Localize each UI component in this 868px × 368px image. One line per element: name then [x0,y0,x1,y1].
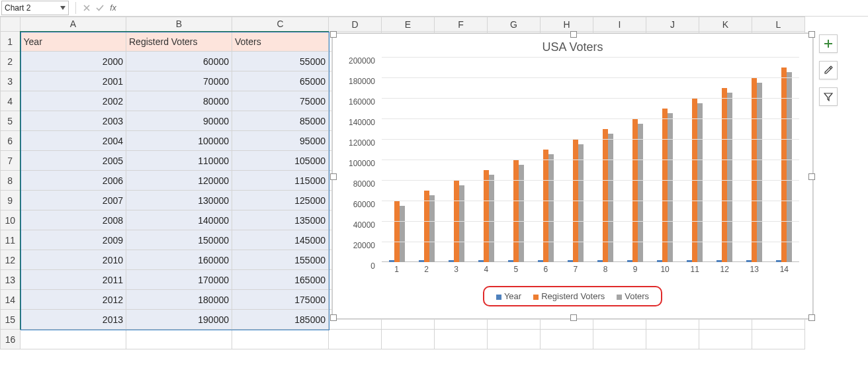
cell[interactable]: 70000 [126,71,232,91]
cell[interactable]: 2005 [21,151,126,171]
resize-handle[interactable] [570,31,577,38]
legend-item-registered[interactable]: Registerd Voters [533,291,605,301]
row-header[interactable]: 15 [1,310,21,330]
cell[interactable]: 95000 [232,131,329,151]
cell[interactable]: 60000 [126,52,232,71]
cell[interactable]: 140000 [126,210,232,230]
cell[interactable]: 185000 [232,310,329,330]
column-header[interactable]: G [488,17,541,32]
bar-registered[interactable] [752,77,757,262]
column-header[interactable]: C [232,17,329,32]
column-header[interactable]: I [593,17,646,32]
cell[interactable] [488,330,541,349]
bar-year[interactable] [776,260,781,262]
row-header[interactable]: 5 [1,111,21,131]
bar-registered[interactable] [513,160,519,262]
cell[interactable]: 75000 [232,91,329,111]
cell[interactable] [593,330,646,349]
bar-voters[interactable] [578,144,584,262]
cell[interactable]: 85000 [232,111,329,131]
cell[interactable]: 2003 [21,111,126,131]
bar-year[interactable] [627,260,632,262]
cell[interactable] [541,330,593,349]
cell[interactable]: Year [21,32,126,52]
row-header[interactable]: 16 [1,330,21,349]
cell[interactable]: 90000 [126,111,232,131]
bar-voters[interactable] [459,185,464,262]
cell[interactable] [126,330,232,349]
bar-year[interactable] [449,260,454,262]
row-header[interactable]: 9 [1,191,21,210]
bar-voters[interactable] [697,103,703,262]
resize-handle[interactable] [330,314,337,321]
column-header[interactable]: A [21,17,126,32]
row-header[interactable]: 11 [1,230,21,250]
column-header[interactable]: E [382,17,435,32]
cell[interactable]: 135000 [232,210,329,230]
cell[interactable] [752,330,805,349]
bar-year[interactable] [508,260,513,262]
cell[interactable]: 180000 [126,290,232,310]
row-header[interactable]: 8 [1,171,21,191]
cell[interactable] [646,330,699,349]
bar-year[interactable] [597,260,603,262]
resize-handle[interactable] [808,314,815,321]
bar-voters[interactable] [787,72,792,262]
row-header[interactable]: 4 [1,91,21,111]
column-header[interactable]: F [435,17,488,32]
cancel-entry-icon[interactable] [80,1,93,15]
cell[interactable]: 2008 [21,210,126,230]
cell[interactable]: 100000 [126,131,232,151]
bar-voters[interactable] [548,154,554,262]
cell[interactable]: 55000 [232,52,329,71]
cell[interactable]: 2002 [21,91,126,111]
cell[interactable]: 155000 [232,250,329,270]
cell[interactable]: 145000 [232,230,329,250]
fx-icon[interactable]: fx [107,1,120,15]
name-box[interactable]: Chart 2 [1,1,69,15]
formula-input[interactable] [120,1,868,15]
bar-registered[interactable] [781,68,787,263]
row-header[interactable]: 2 [1,52,21,71]
row-header[interactable]: 7 [1,151,21,171]
cell[interactable] [232,330,329,349]
cell[interactable]: 2000 [21,52,126,71]
cell[interactable] [382,330,435,349]
column-header[interactable]: H [541,17,593,32]
cell[interactable]: 125000 [232,191,329,210]
column-header[interactable]: L [752,17,805,32]
bar-voters[interactable] [429,195,435,262]
bar-year[interactable] [389,260,394,262]
cell[interactable]: 115000 [232,171,329,191]
cell[interactable]: Registerd Voters [126,32,232,52]
cell[interactable]: 2001 [21,71,126,91]
row-header[interactable]: 14 [1,290,21,310]
cell[interactable]: 2010 [21,250,126,270]
row-header[interactable]: 13 [1,270,21,290]
cell[interactable]: 160000 [126,250,232,270]
chart-filter-button[interactable] [819,87,838,106]
cell[interactable]: 105000 [232,151,329,171]
bar-voters[interactable] [608,134,613,262]
confirm-entry-icon[interactable] [93,1,107,15]
plot-area[interactable]: 0200004000060000800001000001200001400001… [382,57,799,262]
bar-registered[interactable] [722,88,727,263]
chart-elements-button[interactable] [819,34,838,53]
bar-registered[interactable] [662,109,668,263]
cell[interactable]: 65000 [232,71,329,91]
cell[interactable]: 2009 [21,230,126,250]
cell[interactable] [21,330,126,349]
cell[interactable]: 2006 [21,171,126,191]
resize-handle[interactable] [808,173,815,180]
cell[interactable]: 2013 [21,310,126,330]
cell[interactable] [699,330,752,349]
bar-registered[interactable] [484,170,489,263]
cell[interactable]: 150000 [126,230,232,250]
row-header[interactable]: 6 [1,131,21,151]
column-header[interactable]: K [699,17,752,32]
cell[interactable]: 130000 [126,191,232,210]
bar-year[interactable] [716,260,722,262]
column-header[interactable]: D [329,17,382,32]
bar-voters[interactable] [757,83,762,262]
resize-handle[interactable] [570,314,577,321]
